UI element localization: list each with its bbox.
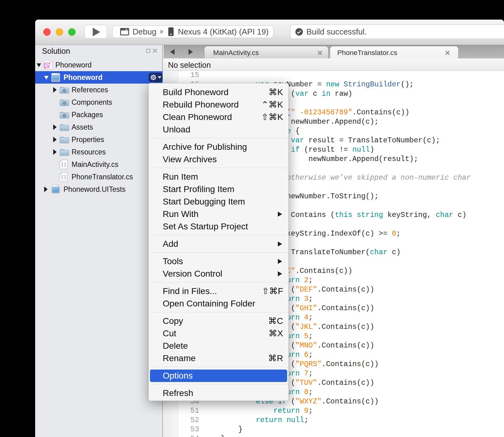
svg-text:{}: {} <box>61 175 66 180</box>
svg-text:{}: {} <box>61 162 66 168</box>
